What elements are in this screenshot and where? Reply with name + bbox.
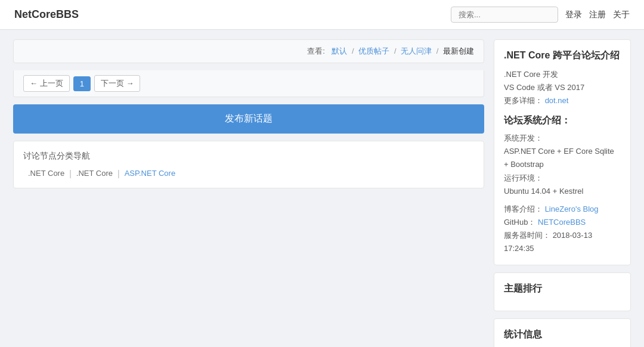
header-right: 登录 注册 关于 <box>451 7 630 23</box>
sidebar-system-line-0: 系统开发： <box>504 132 621 145</box>
sidebar-intro-line-0: .NET Core 开发 <box>504 68 621 81</box>
sidebar-intro-card: .NET Core 跨平台论坛介绍 .NET Core 开发 VS Code 或… <box>494 39 631 265</box>
breadcrumb-item-0[interactable]: 默认 <box>332 47 347 55</box>
sidebar-system-line-3: Ubuntu 14.04 + Kestrel <box>504 185 621 198</box>
breadcrumb-prefix: 查看: <box>307 47 325 55</box>
category-nav-box: 讨论节点分类导航 .NET Core | .NET Core | ASP.NET… <box>13 141 484 188</box>
page-1-button[interactable]: 1 <box>73 76 91 91</box>
sidebar-stats-title: 统计信息 <box>504 329 621 341</box>
sidebar-ranking-title: 主题排行 <box>504 283 621 295</box>
breadcrumb-item-1[interactable]: 优质帖子 <box>358 47 389 55</box>
category-tags: .NET Core | .NET Core | ASP.NET Core <box>23 169 474 178</box>
category-tag-2[interactable]: ASP.NET Core <box>125 169 176 178</box>
sidebar-servertime-row: 服务器时间： 2018-03-13 17:24:35 <box>504 229 621 255</box>
main-column: 查看: 默认 / 优质帖子 / 无人问津 / 最新创建 ← 上一页 1 下一页 … <box>13 39 484 347</box>
sidebar-github-label: GitHub： <box>504 218 535 227</box>
sidebar-intro-title: .NET Core 跨平台论坛介绍 <box>504 49 621 62</box>
sidebar: .NET Core 跨平台论坛介绍 .NET Core 开发 VS Code 或… <box>494 39 631 347</box>
register-link[interactable]: 注册 <box>589 10 606 20</box>
breadcrumb-item-3[interactable]: 最新创建 <box>443 47 474 55</box>
category-tag-1[interactable]: .NET Core <box>76 169 113 178</box>
sidebar-stats-card: 统计信息 社区会员： 0 人 帖子数： 0 个 回帖数： 0 条 <box>494 318 631 347</box>
sidebar-intro-line-1: VS Code 或者 VS 2017 <box>504 81 621 94</box>
sidebar-github-link[interactable]: NETCoreBBS <box>538 218 586 227</box>
search-box <box>451 7 558 23</box>
prev-page-button[interactable]: ← 上一页 <box>23 75 70 92</box>
category-tag-0[interactable]: .NET Core <box>28 169 64 178</box>
login-link[interactable]: 登录 <box>565 10 582 20</box>
pagination-row: ← 上一页 1 下一页 → <box>13 70 484 97</box>
sidebar-blog-label: 博客介绍： <box>504 205 543 213</box>
post-new-button[interactable]: 发布新话题 <box>13 104 484 134</box>
breadcrumb-item-2[interactable]: 无人问津 <box>401 47 432 55</box>
sidebar-intro-line-2: 更多详细： dot.net <box>504 94 621 107</box>
sidebar-system-title: 论坛系统介绍： <box>504 114 621 127</box>
site-logo: NetCoreBBS <box>14 8 79 21</box>
about-link[interactable]: 关于 <box>613 10 630 20</box>
sidebar-github-row: GitHub： NETCoreBBS <box>504 216 621 229</box>
sidebar-blog-row: 博客介绍： LineZero's Blog <box>504 203 621 216</box>
sidebar-servertime-label: 服务器时间： <box>504 231 550 240</box>
sidebar-blog-link[interactable]: LineZero's Blog <box>545 205 599 213</box>
sidebar-system-line-2: 运行环境： <box>504 172 621 185</box>
sidebar-ranking-card: 主题排行 <box>494 272 631 311</box>
sidebar-intro-link[interactable]: dot.net <box>545 96 569 105</box>
category-nav-title: 讨论节点分类导航 <box>23 151 474 162</box>
main-container: 查看: 默认 / 优质帖子 / 无人问津 / 最新创建 ← 上一页 1 下一页 … <box>6 30 638 347</box>
sidebar-system-line-1: ASP.NET Core + EF Core Sqlite + Bootstra… <box>504 145 621 171</box>
next-page-button[interactable]: 下一页 → <box>94 75 141 92</box>
search-input[interactable] <box>451 7 558 23</box>
header: NetCoreBBS 登录 注册 关于 <box>0 0 644 30</box>
breadcrumb: 查看: 默认 / 优质帖子 / 无人问津 / 最新创建 <box>13 39 484 63</box>
